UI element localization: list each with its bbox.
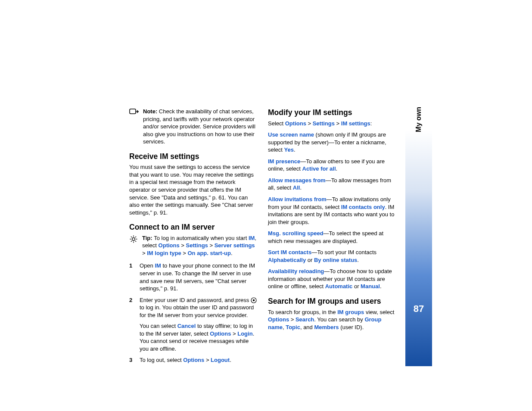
svg-line-7 [135, 241, 136, 242]
svg-line-9 [131, 241, 132, 242]
svg-line-8 [135, 237, 136, 237]
search-paragraph: To search for groups, in the IM groups v… [268, 308, 395, 331]
steps-list: 1 Open IM to have your phone connect to … [129, 262, 257, 364]
page-number: 87 [414, 303, 424, 314]
select-path: Select Options > Settings > IM settings: [268, 120, 395, 128]
page-sidebar: My own 87 [405, 64, 432, 366]
note-label: Note: [143, 108, 159, 115]
receive-paragraph: You must save the settings to access the… [129, 163, 257, 216]
left-column: Note: Check the availability of chat ser… [129, 108, 257, 368]
svg-point-1 [132, 238, 135, 240]
note-block: Note: Check the availability of chat ser… [129, 108, 257, 146]
heading-search: Search for IM groups and users [268, 296, 395, 307]
tip-text: Tip: To log in automatically when you st… [142, 234, 257, 257]
note-icon [129, 108, 139, 146]
tip-icon [129, 234, 138, 257]
svg-rect-0 [130, 109, 136, 114]
heading-receive: Receive IM settings [129, 152, 257, 162]
manual-page: Note: Check the availability of chat ser… [0, 0, 532, 411]
step-3: 3 To log out, select Options > Logout. [129, 356, 257, 364]
tip-label: Tip: [142, 235, 154, 241]
note-text: Note: Check the availability of chat ser… [143, 108, 257, 146]
heading-connect: Connect to an IM server [129, 222, 257, 233]
step-2: 2 Enter your user ID and password, and p… [129, 296, 257, 353]
svg-point-11 [253, 299, 255, 301]
joystick-icon [251, 297, 257, 303]
tip-block: Tip: To log in automatically when you st… [129, 234, 257, 257]
section-label: My own [415, 107, 423, 132]
note-body: Check the availability of chat services,… [143, 108, 255, 145]
svg-line-6 [131, 237, 132, 237]
content-columns: Note: Check the availability of chat ser… [129, 108, 395, 368]
heading-modify: Modify your IM settings [268, 108, 395, 118]
right-column: Modify your IM settings Select Options >… [268, 108, 395, 368]
step-1: 1 Open IM to have your phone connect to … [129, 262, 257, 292]
